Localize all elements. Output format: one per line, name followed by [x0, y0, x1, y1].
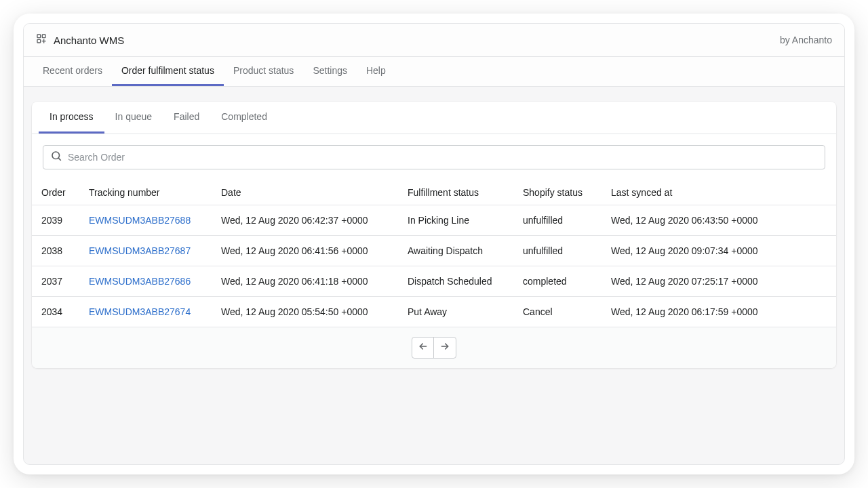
tab-settings[interactable]: Settings — [303, 57, 357, 86]
cell-fulfillment-status: Put Away — [398, 297, 513, 327]
pager-group — [412, 337, 456, 359]
titlebar: Anchanto WMS by Anchanto — [24, 24, 844, 57]
cell-date: Wed, 12 Aug 2020 05:54:50 +0000 — [212, 297, 398, 327]
cell-date: Wed, 12 Aug 2020 06:41:18 +0000 — [212, 266, 398, 297]
svg-line-6 — [58, 158, 61, 161]
cell-shopify-status: completed — [513, 266, 601, 297]
tracking-link[interactable]: EWMSUDM3ABB27674 — [89, 306, 191, 317]
top-tabs: Recent orders Order fulfilment status Pr… — [24, 57, 844, 87]
tracking-link[interactable]: EWMSUDM3ABB27686 — [89, 276, 191, 287]
cell-tracking: EWMSUDM3ABB27674 — [79, 297, 212, 327]
search-icon — [50, 150, 62, 165]
table-row[interactable]: 2039 EWMSUDM3ABB27688 Wed, 12 Aug 2020 0… — [32, 205, 836, 236]
cell-fulfillment-status: Awaiting Dispatch — [398, 236, 513, 266]
title-left: Anchanto WMS — [36, 33, 124, 47]
cell-tracking: EWMSUDM3ABB27686 — [79, 266, 212, 297]
cell-order: 2038 — [32, 236, 79, 266]
svg-rect-2 — [37, 39, 41, 43]
by-line: by Anchanto — [780, 35, 832, 45]
cell-date: Wed, 12 Aug 2020 06:42:37 +0000 — [212, 205, 398, 236]
col-shopify-status: Shopify status — [513, 180, 601, 205]
card: In process In queue Failed Completed — [32, 102, 836, 368]
col-last-synced: Last synced at — [601, 180, 836, 205]
cell-last-synced: Wed, 12 Aug 2020 09:07:34 +0000 — [601, 236, 836, 266]
sub-tabs: In process In queue Failed Completed — [32, 102, 836, 134]
subtab-completed[interactable]: Completed — [210, 102, 278, 134]
cell-tracking: EWMSUDM3ABB27687 — [79, 236, 212, 266]
cell-fulfillment-status: In Picking Line — [398, 205, 513, 236]
next-page-button[interactable] — [434, 338, 456, 358]
tab-order-fulfilment-status[interactable]: Order fulfilment status — [112, 57, 224, 86]
pagination — [32, 327, 836, 368]
cell-shopify-status: unfulfilled — [513, 205, 601, 236]
app-icon — [36, 33, 47, 47]
cell-last-synced: Wed, 12 Aug 2020 06:43:50 +0000 — [601, 205, 836, 236]
svg-rect-1 — [42, 35, 45, 38]
svg-point-5 — [52, 152, 60, 159]
cell-last-synced: Wed, 12 Aug 2020 07:25:17 +0000 — [601, 266, 836, 297]
window-frame: Anchanto WMS by Anchanto Recent orders O… — [14, 14, 854, 474]
arrow-left-icon — [418, 341, 429, 354]
cell-order: 2037 — [32, 266, 79, 297]
cell-last-synced: Wed, 12 Aug 2020 06:17:59 +0000 — [601, 297, 836, 327]
col-order: Order — [32, 180, 79, 205]
search-input[interactable] — [68, 152, 818, 163]
table-row[interactable]: 2034 EWMSUDM3ABB27674 Wed, 12 Aug 2020 0… — [32, 297, 836, 327]
cell-fulfillment-status: Dispatch Scheduled — [398, 266, 513, 297]
tab-product-status[interactable]: Product status — [224, 57, 304, 86]
tracking-link[interactable]: EWMSUDM3ABB27687 — [89, 245, 191, 256]
svg-rect-0 — [37, 35, 41, 38]
cell-shopify-status: Cancel — [513, 297, 601, 327]
arrow-right-icon — [439, 341, 450, 354]
table-header-row: Order Tracking number Date Fulfillment s… — [32, 180, 836, 205]
col-date: Date — [212, 180, 398, 205]
prev-page-button[interactable] — [412, 338, 434, 358]
subtab-in-queue[interactable]: In queue — [104, 102, 163, 134]
table-row[interactable]: 2038 EWMSUDM3ABB27687 Wed, 12 Aug 2020 0… — [32, 236, 836, 266]
cell-shopify-status: unfulfilled — [513, 236, 601, 266]
tab-help[interactable]: Help — [357, 57, 395, 86]
cell-date: Wed, 12 Aug 2020 06:41:56 +0000 — [212, 236, 398, 266]
orders-table: Order Tracking number Date Fulfillment s… — [32, 180, 836, 327]
tab-recent-orders[interactable]: Recent orders — [33, 57, 112, 86]
col-tracking: Tracking number — [79, 180, 212, 205]
cell-order: 2039 — [32, 205, 79, 236]
search-box[interactable] — [43, 145, 825, 169]
col-fulfillment-status: Fulfillment status — [398, 180, 513, 205]
tracking-link[interactable]: EWMSUDM3ABB27688 — [89, 215, 191, 226]
content-area: In process In queue Failed Completed — [24, 87, 844, 464]
app-title: Anchanto WMS — [54, 35, 124, 46]
cell-tracking: EWMSUDM3ABB27688 — [79, 205, 212, 236]
subtab-in-process[interactable]: In process — [39, 102, 104, 134]
cell-order: 2034 — [32, 297, 79, 327]
app-panel: Anchanto WMS by Anchanto Recent orders O… — [23, 23, 845, 465]
subtab-failed[interactable]: Failed — [163, 102, 210, 134]
search-wrap — [32, 134, 836, 180]
table-row[interactable]: 2037 EWMSUDM3ABB27686 Wed, 12 Aug 2020 0… — [32, 266, 836, 297]
